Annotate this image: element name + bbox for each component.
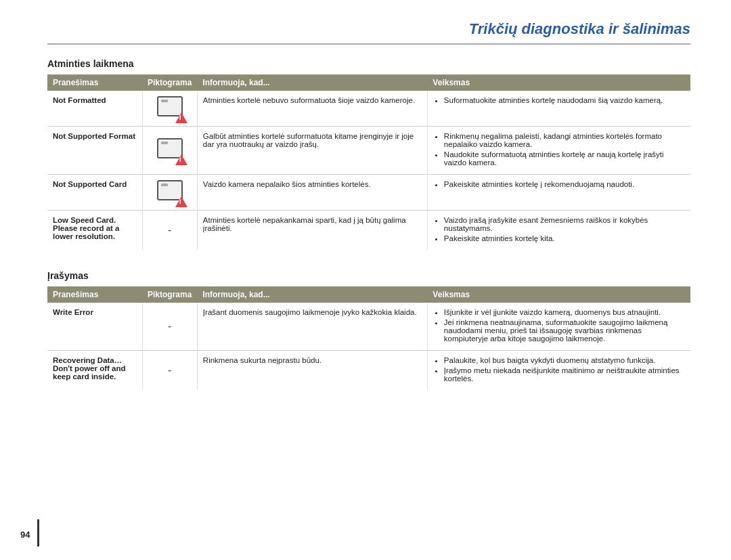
header2-pranesimas: Pranešimas [47, 286, 142, 303]
cell-piktograma: - [142, 211, 197, 251]
veiksmas-item: Vaizdo įrašą įrašykite esant žemesniems … [444, 216, 685, 232]
cell-informuoja: Rinkmena sukurta neįprastu būdu. [197, 351, 427, 391]
veiksmas-item: Pakeiskite atminties kortelę į rekomendu… [444, 180, 685, 188]
cell-pranesimas: Low Speed Card.Please record at a lower … [47, 211, 142, 251]
veiksmas-item: Pakeiskite atminties kortelę kita. [444, 234, 685, 242]
header-pranesimas: Pranešimas [47, 74, 142, 91]
table-row: Write Error-Įrašant duomenis saugojimo l… [47, 303, 690, 351]
veiksmas-item: Suformatuokite atminties kortelę naudoda… [444, 96, 685, 104]
section-irasimas: Įrašymas Pranešimas Piktograma Informuoj… [47, 270, 690, 390]
veiksmas-item: Jei rinkmena neatnaujinama, suformatuoki… [444, 318, 685, 343]
table-row: Not Formatted ! Atminties kortelė nebuvo… [47, 91, 690, 127]
cell-veiksmas: Vaizdo įrašą įrašykite esant žemesniems … [427, 211, 690, 251]
cell-veiksmas: Išjunkite ir vėl įjunkite vaizdo kamerą,… [427, 303, 690, 351]
header-informuoja: Informuoja, kad... [197, 74, 427, 91]
table-row: Not Supported Format ! Galbūt atminties … [47, 127, 690, 175]
cell-piktograma: - [142, 303, 197, 351]
cell-pranesimas: Not Formatted [47, 91, 142, 127]
cell-veiksmas: Suformatuokite atminties kortelę naudoda… [427, 91, 690, 127]
cell-informuoja: Įrašant duomenis saugojimo laikmenoje įv… [197, 303, 427, 351]
cell-veiksmas: Pakeiskite atminties kortelę į rekomendu… [427, 175, 690, 211]
veiksmas-item: Naudokite suformatuotą atminties kortelę… [444, 150, 685, 167]
header-veiksmas: Veiksmas [427, 74, 690, 91]
cell-pranesimas: Write Error [47, 303, 142, 351]
section1-title: Atminties laikmena [47, 58, 690, 69]
page-container: Trikčių diagnostika ir šalinimas Atminti… [0, 0, 731, 431]
section2-title: Įrašymas [47, 270, 690, 281]
cell-piktograma: ! [142, 175, 197, 211]
cell-informuoja: Galbūt atminties kortelė suformatuota ki… [197, 127, 427, 175]
table-irasimas: Pranešimas Piktograma Informuoja, kad...… [47, 286, 690, 390]
left-bar [37, 519, 39, 546]
cell-veiksmas: Palaukite, kol bus baigta vykdyti duomen… [427, 351, 690, 391]
cell-pranesimas: Not Supported Card [47, 175, 142, 211]
cell-piktograma: ! [142, 91, 197, 127]
cell-informuoja: Atminties kortelė nepakankamai sparti, k… [197, 211, 427, 251]
veiksmas-item: Išjunkite ir vėl įjunkite vaizdo kamerą,… [444, 308, 685, 316]
cell-informuoja: Vaizdo kamera nepalaiko šios atminties k… [197, 175, 427, 211]
table-atminties: Pranešimas Piktograma Informuoja, kad...… [47, 74, 690, 250]
section-atminties: Atminties laikmena Pranešimas Piktograma… [47, 58, 690, 250]
cell-pranesimas: Not Supported Format [47, 127, 142, 175]
header2-informuoja: Informuoja, kad... [197, 286, 427, 303]
table-row: Low Speed Card.Please record at a lower … [47, 211, 690, 251]
veiksmas-item: Rinkmenų negalima paleisti, kadangi atmi… [444, 132, 685, 148]
header2-veiksmas: Veiksmas [427, 286, 690, 303]
cell-pranesimas: Recovering Data…Don't power off and keep… [47, 351, 142, 391]
cell-informuoja: Atminties kortelė nebuvo suformatuota ši… [197, 91, 427, 127]
veiksmas-item: Palaukite, kol bus baigta vykdyti duomen… [444, 356, 685, 364]
page-title: Trikčių diagnostika ir šalinimas [47, 20, 690, 45]
header2-piktograma: Piktograma [142, 286, 197, 303]
page-number: 94 [20, 530, 30, 540]
cell-piktograma: ! [142, 127, 197, 175]
table-row: Not Supported Card ! Vaizdo kamera nepal… [47, 175, 690, 211]
table-row: Recovering Data…Don't power off and keep… [47, 351, 690, 391]
veiksmas-item: Įrašymo metu niekada neišjunkite maitini… [444, 366, 685, 383]
cell-piktograma: - [142, 351, 197, 391]
cell-veiksmas: Rinkmenų negalima paleisti, kadangi atmi… [427, 127, 690, 175]
header-piktograma: Piktograma [142, 74, 197, 91]
